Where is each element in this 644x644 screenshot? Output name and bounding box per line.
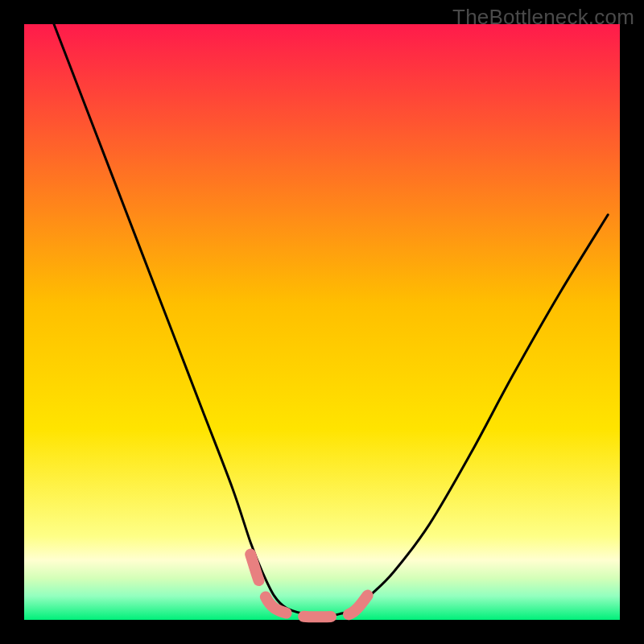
chart-frame: TheBottleneck.com xyxy=(0,0,644,644)
plot-background xyxy=(24,24,620,620)
chart-svg xyxy=(0,0,644,644)
watermark-text: TheBottleneck.com xyxy=(452,5,634,30)
